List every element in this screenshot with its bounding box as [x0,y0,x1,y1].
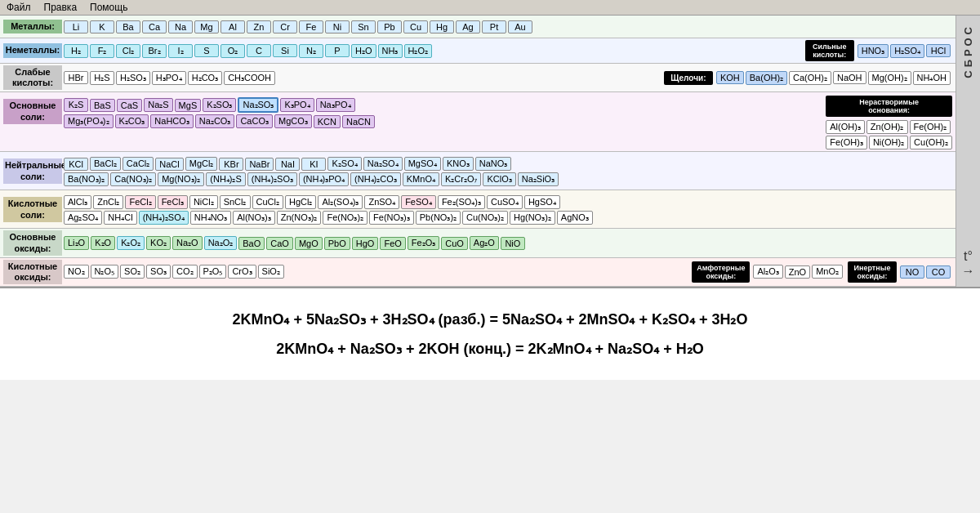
compound-cell[interactable]: ZnSO₄ [364,195,399,209]
compound-cell[interactable]: K₂O [91,236,115,250]
compound-cell[interactable]: Ba(NO₃)₂ [64,172,109,186]
compound-cell[interactable]: Cu(NO₃)₂ [462,211,508,225]
compound-cell[interactable]: N₂ [299,44,323,58]
compound-cell[interactable]: Fe(NO₃)₂ [323,211,368,225]
compound-cell[interactable]: Hg [430,20,454,33]
sidebar-text[interactable]: СБРОС [962,24,974,78]
compound-cell[interactable]: Na₃PO₄ [316,98,355,112]
compound-cell[interactable]: Ag₂SO₄ [64,211,102,225]
compound-cell[interactable]: NH₄OH [913,71,951,85]
compound-cell[interactable]: MgSO₄ [404,157,441,171]
compound-cell[interactable]: (NH₄)₂SO₃ [247,172,297,186]
compound-cell[interactable]: CuO [441,237,468,250]
compound-cell[interactable]: Hg(NO₃)₂ [510,211,555,225]
compound-cell[interactable]: K₂Cr₂O₇ [441,172,482,186]
compound-cell[interactable]: Ag [456,20,480,33]
compound-cell[interactable]: (NH₄)₂S [206,172,246,186]
compound-cell[interactable]: SO₂ [120,265,145,279]
compound-cell[interactable]: SO₃ [146,265,171,279]
compound-cell[interactable]: HgCl₂ [285,195,316,209]
compound-cell[interactable]: Na₂SiO₃ [518,172,559,186]
compound-cell[interactable]: Al(NO₃)₃ [233,211,275,225]
compound-cell[interactable]: HgO [352,237,379,250]
compound-cell[interactable]: Al(OH)₃ [826,120,865,134]
compound-cell[interactable]: MnO₂ [812,265,843,279]
compound-cell[interactable]: K₂O₂ [117,236,145,250]
compound-cell[interactable]: HCl [926,44,951,57]
compound-cell[interactable]: Sn [351,20,376,33]
compound-cell[interactable]: FeSO₄ [401,195,436,209]
compound-cell[interactable]: I₂ [168,44,193,58]
compound-cell[interactable]: KMnO₄ [403,172,439,186]
compound-cell[interactable]: NH₄NO₃ [190,211,231,225]
compound-cell[interactable]: Na₂CO₃ [195,114,235,128]
compound-cell[interactable]: H₂ [64,44,88,58]
compound-cell[interactable]: O₂ [220,44,245,58]
compound-cell[interactable]: H₂SO₃ [116,71,150,85]
compound-cell[interactable]: NiCl₂ [189,195,218,209]
compound-cell[interactable]: KNO₃ [443,157,474,171]
compound-cell[interactable]: Ca(OH)₂ [789,71,831,85]
compound-cell[interactable]: NaBr [245,158,274,171]
compound-cell[interactable]: HBr [64,71,88,84]
compound-cell[interactable]: CaO [266,237,293,250]
compound-cell[interactable]: BaCl₂ [90,157,121,171]
compound-cell[interactable]: CaCl₂ [122,157,154,171]
compound-cell[interactable]: KI [301,158,326,171]
compound-cell[interactable]: FeCl₃ [158,195,188,209]
compound-cell[interactable]: Fe(NO₃)₃ [369,211,414,225]
compound-cell[interactable]: Li [64,20,88,33]
compound-cell[interactable]: Mg₃(PO₄)₂ [64,114,114,128]
compound-cell[interactable]: K₂SO₄ [327,157,361,171]
compound-cell[interactable]: PbO [324,237,350,250]
compound-cell[interactable]: Al₂O₃ [753,265,782,279]
compound-cell[interactable]: H₃PO₄ [152,71,186,85]
compound-cell[interactable]: SiO₂ [258,265,284,279]
compound-cell[interactable]: KCN [314,115,341,128]
compound-cell[interactable]: Cl₂ [116,44,140,58]
compound-cell[interactable]: KCl [64,158,88,171]
compound-cell[interactable]: Mg [194,20,219,33]
compound-cell[interactable]: Li₂O [64,236,89,250]
compound-cell[interactable]: Cu [403,20,428,33]
compound-cell[interactable]: CaCO₃ [236,114,273,128]
compound-cell[interactable]: MgO [295,237,323,250]
compound-cell[interactable]: K₃PO₄ [280,98,314,112]
compound-cell[interactable]: CO₂ [172,265,198,279]
compound-cell[interactable]: F₂ [90,44,114,58]
compound-cell[interactable]: NaI [275,158,300,171]
compound-cell[interactable]: Mg(NO₃)₂ [158,172,204,186]
compound-cell[interactable]: K₂CO₃ [115,114,149,128]
compound-cell[interactable]: NH₄Cl [104,211,136,225]
compound-cell[interactable]: Ca(NO₃)₂ [110,172,156,186]
compound-cell[interactable]: NaOH [833,71,866,84]
compound-cell[interactable]: Au [508,20,532,33]
compound-cell[interactable]: Ba(OH)₂ [746,71,787,85]
compound-cell[interactable]: H₂SO₄ [890,44,924,58]
compound-cell[interactable]: Fe [299,20,323,33]
compound-cell[interactable]: NO [900,265,924,279]
compound-cell[interactable]: CH₃COOH [224,71,275,85]
compound-cell[interactable]: MgS [175,99,202,112]
compound-cell[interactable]: Na₂SO₄ [363,157,403,171]
compound-cell[interactable]: NO₂ [64,265,89,279]
compound-cell[interactable]: Cr [273,20,297,33]
compound-cell[interactable]: Al [220,20,245,33]
compound-cell[interactable]: NaNO₃ [475,157,512,171]
compound-cell[interactable]: CaS [117,99,142,112]
compound-cell[interactable]: Ni [325,20,350,33]
compound-cell[interactable]: K [90,20,114,33]
compound-cell[interactable]: Cu(OH)₂ [910,136,952,149]
compound-cell[interactable]: H₂CO₃ [188,71,222,85]
compound-cell[interactable]: Ca [142,20,167,33]
compound-cell[interactable]: HNO₃ [858,44,889,58]
compound-cell[interactable]: Na₂O₂ [204,236,238,250]
compound-cell[interactable]: KBr [219,158,243,171]
compound-cell[interactable]: BaS [90,99,115,112]
compound-cell[interactable]: Ba [116,20,140,33]
compound-cell[interactable]: CuCl₂ [252,195,283,209]
compound-cell[interactable]: SnCl₂ [220,195,251,209]
compound-cell[interactable]: Fe₂O₃ [408,236,439,250]
compound-cell[interactable]: CuSO₄ [487,195,523,209]
compound-cell[interactable]: Br₂ [142,44,167,58]
